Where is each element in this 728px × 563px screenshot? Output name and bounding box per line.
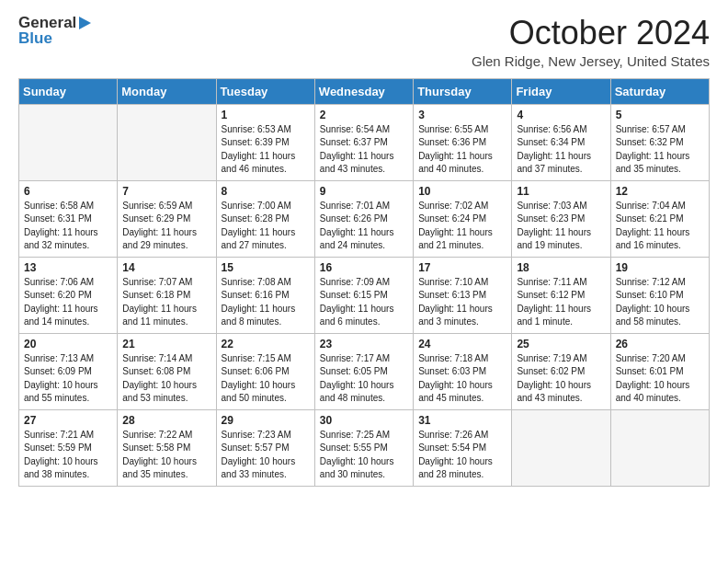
day-number: 10: [418, 185, 506, 198]
calendar-cell: 25Sunrise: 7:19 AM Sunset: 6:02 PM Dayli…: [512, 333, 610, 409]
location-text: Glen Ridge, New Jersey, United States: [472, 53, 710, 69]
calendar-cell: [610, 409, 709, 486]
col-header-friday: Friday: [512, 78, 610, 104]
calendar-cell: 16Sunrise: 7:09 AM Sunset: 6:15 PM Dayli…: [314, 257, 413, 333]
week-row-2: 6Sunrise: 6:58 AM Sunset: 6:31 PM Daylig…: [19, 180, 710, 257]
day-info: Sunrise: 7:08 AM Sunset: 6:16 PM Dayligh…: [222, 276, 310, 329]
calendar-cell: 19Sunrise: 7:12 AM Sunset: 6:10 PM Dayli…: [610, 257, 709, 333]
day-number: 16: [320, 261, 408, 274]
day-number: 5: [616, 109, 704, 121]
day-info: Sunrise: 7:26 AM Sunset: 5:54 PM Dayligh…: [418, 429, 506, 482]
day-number: 8: [222, 185, 310, 198]
day-info: Sunrise: 7:10 AM Sunset: 6:13 PM Dayligh…: [418, 276, 506, 329]
day-number: 6: [24, 185, 112, 198]
calendar-cell: 22Sunrise: 7:15 AM Sunset: 6:06 PM Dayli…: [216, 333, 314, 409]
day-number: 15: [222, 261, 310, 274]
calendar-cell: 23Sunrise: 7:17 AM Sunset: 6:05 PM Dayli…: [314, 333, 413, 409]
calendar-cell: 9Sunrise: 7:01 AM Sunset: 6:26 PM Daylig…: [314, 180, 413, 257]
day-number: 13: [24, 261, 112, 274]
day-number: 2: [320, 109, 408, 121]
calendar-cell: 28Sunrise: 7:22 AM Sunset: 5:58 PM Dayli…: [118, 409, 216, 486]
day-number: 20: [24, 338, 112, 350]
day-info: Sunrise: 7:01 AM Sunset: 6:26 PM Dayligh…: [320, 200, 408, 253]
calendar-cell: 24Sunrise: 7:18 AM Sunset: 6:03 PM Dayli…: [414, 333, 512, 409]
day-info: Sunrise: 7:07 AM Sunset: 6:18 PM Dayligh…: [122, 276, 210, 329]
day-number: 30: [320, 414, 408, 427]
day-number: 23: [320, 338, 408, 350]
day-number: 9: [320, 185, 408, 198]
title-block: October 2024 Glen Ridge, New Jersey, Uni…: [472, 15, 710, 69]
day-info: Sunrise: 7:25 AM Sunset: 5:55 PM Dayligh…: [320, 429, 408, 482]
day-info: Sunrise: 7:12 AM Sunset: 6:10 PM Dayligh…: [616, 276, 704, 329]
day-info: Sunrise: 7:15 AM Sunset: 6:06 PM Dayligh…: [222, 352, 310, 406]
day-number: 28: [122, 414, 210, 427]
day-number: 19: [616, 261, 704, 274]
day-info: Sunrise: 7:17 AM Sunset: 6:05 PM Dayligh…: [320, 352, 408, 406]
calendar-cell: 3Sunrise: 6:55 AM Sunset: 6:36 PM Daylig…: [414, 104, 512, 180]
week-row-4: 20Sunrise: 7:13 AM Sunset: 6:09 PM Dayli…: [19, 333, 710, 409]
day-number: 29: [222, 414, 310, 427]
day-info: Sunrise: 7:21 AM Sunset: 5:59 PM Dayligh…: [24, 429, 112, 482]
calendar-cell: 2Sunrise: 6:54 AM Sunset: 6:37 PM Daylig…: [314, 104, 413, 180]
calendar-cell: 20Sunrise: 7:13 AM Sunset: 6:09 PM Dayli…: [19, 333, 118, 409]
day-info: Sunrise: 7:13 AM Sunset: 6:09 PM Dayligh…: [24, 352, 112, 406]
day-info: Sunrise: 7:11 AM Sunset: 6:12 PM Dayligh…: [517, 276, 605, 329]
day-number: 27: [24, 414, 112, 427]
logo-triangle-icon: [79, 17, 91, 29]
calendar-cell: 21Sunrise: 7:14 AM Sunset: 6:08 PM Dayli…: [118, 333, 216, 409]
calendar-cell: 4Sunrise: 6:56 AM Sunset: 6:34 PM Daylig…: [512, 104, 610, 180]
day-number: 22: [222, 338, 310, 350]
page: General Blue October 2024 Glen Ridge, Ne…: [0, 0, 728, 501]
day-info: Sunrise: 6:58 AM Sunset: 6:31 PM Dayligh…: [24, 200, 112, 253]
day-info: Sunrise: 6:56 AM Sunset: 6:34 PM Dayligh…: [517, 123, 605, 177]
day-number: 1: [222, 109, 310, 121]
day-info: Sunrise: 7:14 AM Sunset: 6:08 PM Dayligh…: [122, 352, 210, 406]
calendar-cell: 6Sunrise: 6:58 AM Sunset: 6:31 PM Daylig…: [19, 180, 118, 257]
day-number: 21: [122, 338, 210, 350]
day-number: 12: [616, 185, 704, 198]
calendar-cell: 10Sunrise: 7:02 AM Sunset: 6:24 PM Dayli…: [414, 180, 512, 257]
col-header-sunday: Sunday: [19, 78, 118, 104]
day-info: Sunrise: 7:03 AM Sunset: 6:23 PM Dayligh…: [517, 200, 605, 253]
day-number: 17: [418, 261, 506, 274]
day-number: 31: [418, 414, 506, 427]
day-info: Sunrise: 7:09 AM Sunset: 6:15 PM Dayligh…: [320, 276, 408, 329]
day-number: 4: [517, 109, 605, 121]
day-info: Sunrise: 6:59 AM Sunset: 6:29 PM Dayligh…: [122, 200, 210, 253]
col-header-wednesday: Wednesday: [314, 78, 413, 104]
calendar-table: SundayMondayTuesdayWednesdayThursdayFrid…: [18, 78, 710, 487]
day-info: Sunrise: 6:53 AM Sunset: 6:39 PM Dayligh…: [222, 123, 310, 177]
day-info: Sunrise: 7:18 AM Sunset: 6:03 PM Dayligh…: [418, 352, 506, 406]
header: General Blue October 2024 Glen Ridge, Ne…: [18, 15, 710, 69]
day-info: Sunrise: 7:02 AM Sunset: 6:24 PM Dayligh…: [418, 200, 506, 253]
day-number: 7: [122, 185, 210, 198]
day-info: Sunrise: 6:55 AM Sunset: 6:36 PM Dayligh…: [418, 123, 506, 177]
calendar-cell: 13Sunrise: 7:06 AM Sunset: 6:20 PM Dayli…: [19, 257, 118, 333]
calendar-cell: 8Sunrise: 7:00 AM Sunset: 6:28 PM Daylig…: [216, 180, 314, 257]
day-info: Sunrise: 6:57 AM Sunset: 6:32 PM Dayligh…: [616, 123, 704, 177]
week-row-3: 13Sunrise: 7:06 AM Sunset: 6:20 PM Dayli…: [19, 257, 710, 333]
calendar-cell: 30Sunrise: 7:25 AM Sunset: 5:55 PM Dayli…: [314, 409, 413, 486]
calendar-cell: 1Sunrise: 6:53 AM Sunset: 6:39 PM Daylig…: [216, 104, 314, 180]
col-header-tuesday: Tuesday: [216, 78, 314, 104]
calendar-cell: 31Sunrise: 7:26 AM Sunset: 5:54 PM Dayli…: [414, 409, 512, 486]
day-number: 25: [517, 338, 605, 350]
col-header-saturday: Saturday: [610, 78, 709, 104]
calendar-cell: [512, 409, 610, 486]
calendar-cell: 14Sunrise: 7:07 AM Sunset: 6:18 PM Dayli…: [118, 257, 216, 333]
week-row-1: 1Sunrise: 6:53 AM Sunset: 6:39 PM Daylig…: [19, 104, 710, 180]
day-number: 26: [616, 338, 704, 350]
day-info: Sunrise: 7:20 AM Sunset: 6:01 PM Dayligh…: [616, 352, 704, 406]
day-info: Sunrise: 7:06 AM Sunset: 6:20 PM Dayligh…: [24, 276, 112, 329]
month-title: October 2024: [472, 15, 710, 52]
calendar-cell: 5Sunrise: 6:57 AM Sunset: 6:32 PM Daylig…: [610, 104, 709, 180]
calendar-cell: 26Sunrise: 7:20 AM Sunset: 6:01 PM Dayli…: [610, 333, 709, 409]
day-info: Sunrise: 7:00 AM Sunset: 6:28 PM Dayligh…: [222, 200, 310, 253]
day-number: 11: [517, 185, 605, 198]
logo-blue-text: Blue: [18, 30, 91, 46]
col-header-thursday: Thursday: [414, 78, 512, 104]
day-info: Sunrise: 7:04 AM Sunset: 6:21 PM Dayligh…: [616, 200, 704, 253]
day-info: Sunrise: 7:22 AM Sunset: 5:58 PM Dayligh…: [122, 429, 210, 482]
day-number: 18: [517, 261, 605, 274]
day-number: 24: [418, 338, 506, 350]
